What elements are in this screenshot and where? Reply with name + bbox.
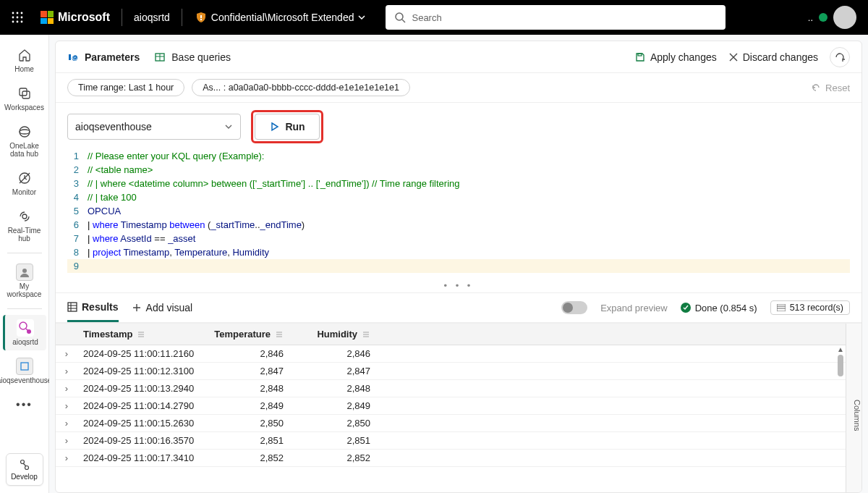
svg-point-4 [17,17,19,19]
add-visual-button[interactable]: Add visual [132,293,193,322]
global-search[interactable]: Search [386,5,726,30]
checkmark-icon [681,303,691,313]
parameter-chips: Time range: Last 1 hour As... : a0a0a0a0… [56,73,861,103]
table-icon [154,51,166,63]
kql-queryset-icon [17,319,34,337]
columns-panel-toggle[interactable]: Columns [846,324,861,492]
database-selector[interactable]: aioqseventhouse [67,114,241,140]
eventhouse-icon [16,358,33,375]
table-row[interactable]: ›2024-09-25 11:00:15.26302,8502,850 [56,415,861,432]
apply-changes-button[interactable]: Apply changes [634,51,717,63]
svg-point-7 [17,21,19,23]
svg-point-9 [396,13,403,20]
page-toolbar: @ Parameters Base queries Apply changes … [56,41,861,73]
save-icon [634,51,646,63]
record-count[interactable]: 513 record(s) [770,300,850,315]
svg-point-23 [20,460,24,464]
expand-row-icon[interactable]: › [56,418,77,429]
records-icon [777,304,786,311]
home-icon [16,46,33,64]
svg-point-2 [21,12,23,14]
workspace-breadcrumb[interactable]: aioqsrtd [129,12,174,23]
chevron-down-icon [358,14,365,21]
nav-onelake[interactable]: OneLake data hub [3,119,46,162]
nav-realtime-hub[interactable]: Real-Time hub [3,203,46,247]
run-button[interactable]: Run [255,114,320,140]
nav-pinned-aioqsrtd[interactable]: aioqsrtd [3,315,46,350]
reset-button[interactable]: Reset [811,83,850,93]
svg-point-24 [25,466,28,470]
tab-results[interactable]: Results [67,293,119,322]
expand-row-icon[interactable]: › [56,366,77,376]
nav-monitor[interactable]: Monitor [3,165,46,201]
table-row[interactable]: ›2024-09-25 11:00:12.31002,8472,847 [56,363,861,380]
account-avatar[interactable] [833,6,856,29]
svg-point-19 [20,322,27,329]
expand-row-icon[interactable]: › [56,383,77,394]
nav-more[interactable]: ••• [3,392,46,418]
expand-row-icon[interactable]: › [56,400,77,411]
svg-rect-31 [638,54,642,56]
table-row[interactable]: ›2024-09-25 11:00:11.21602,8462,846 [56,345,861,363]
tab-base-queries[interactable]: Base queries [154,51,231,63]
svg-point-3 [12,17,14,19]
svg-point-13 [20,127,30,137]
table-row[interactable]: ›2024-09-25 11:00:14.27902,8492,849 [56,397,861,415]
app-launcher-button[interactable] [6,6,29,29]
sort-icon [362,331,370,338]
vertical-scrollbar[interactable]: ▲ [835,345,846,378]
svg-rect-25 [69,54,71,60]
grid-icon [67,302,77,312]
nav-my-workspace[interactable]: My workspace [3,259,46,303]
expand-preview-toggle[interactable] [561,301,587,314]
svg-point-18 [22,269,27,273]
parameters-icon: @ [67,51,79,63]
table-row[interactable]: ›2024-09-25 11:00:13.29402,8482,848 [56,380,861,397]
svg-point-5 [21,17,23,19]
discard-changes-button[interactable]: Discard changes [728,51,818,63]
col-header-timestamp[interactable]: Timestamp [77,329,211,340]
status-done: Done (0.854 s) [681,303,757,313]
expand-row-icon[interactable]: › [56,348,77,359]
kql-editor[interactable]: 1// Please enter your KQL query (Example… [56,146,861,279]
microsoft-logo-icon [41,11,54,24]
col-header-humidity[interactable]: Humidity [298,329,385,340]
col-header-temperature[interactable]: Temperature [211,329,298,340]
table-row[interactable]: ›2024-09-25 11:00:16.35702,8512,851 [56,432,861,450]
svg-rect-36 [777,304,786,311]
time-range-chip[interactable]: Time range: Last 1 hour [67,79,184,96]
svg-point-0 [12,12,14,14]
svg-line-10 [402,20,405,22]
svg-point-17 [22,214,27,219]
asset-chip[interactable]: As... : a0a0a0a0-bbbb-cccc-dddd-e1e1e1e1… [192,79,410,96]
svg-rect-32 [68,303,77,311]
expand-row-icon[interactable]: › [56,435,77,446]
left-nav-rail: Home Workspaces OneLake data hub Monitor… [0,35,49,493]
search-icon [394,12,406,23]
sensitivity-label-text: Confidential\Microsoft Extended [211,12,354,23]
sensitivity-label-dropdown[interactable]: Confidential\Microsoft Extended [190,12,372,23]
plus-icon [132,303,142,313]
expand-preview-label: Expand preview [600,303,668,313]
brand-name: Microsoft [58,11,110,24]
search-placeholder: Search [412,12,441,23]
develop-icon [18,458,31,471]
nav-develop[interactable]: Develop [6,453,43,486]
nav-workspaces[interactable]: Workspaces [3,80,46,116]
query-controls: aioqseventhouse Run [56,103,861,146]
realtime-icon [16,208,33,225]
refresh-icon [834,51,846,63]
expand-row-icon[interactable]: › [56,452,77,463]
sort-icon [137,331,145,338]
refresh-button[interactable] [830,47,850,67]
svg-rect-22 [21,363,28,370]
tab-parameters[interactable]: @ Parameters [67,51,140,63]
nav-pinned-eventhouse[interactable]: aioqseventhouse [3,353,46,389]
table-row[interactable]: ›2024-09-25 11:00:17.34102,8522,852 [56,450,861,467]
workspaces-icon [16,85,33,102]
resize-handle[interactable]: • • • [56,279,861,292]
presence-indicator [819,13,827,22]
nav-home[interactable]: Home [3,42,46,77]
svg-rect-12 [22,91,30,98]
main-content: @ Parameters Base queries Apply changes … [49,35,868,493]
